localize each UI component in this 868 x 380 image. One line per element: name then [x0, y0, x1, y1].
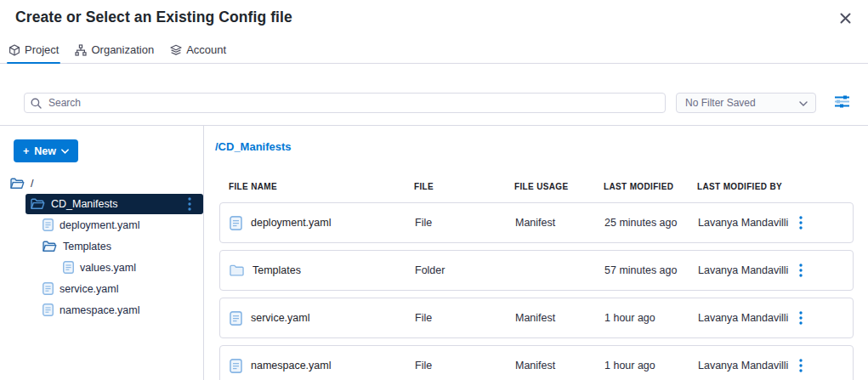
- tree-item-deployment-yaml[interactable]: deployment.yaml: [0, 214, 203, 235]
- tree-item-templates[interactable]: Templates: [0, 235, 203, 257]
- page-title: Create or Select an Existing Config file: [15, 9, 292, 26]
- file-name-cell: namespace.yaml: [230, 359, 415, 373]
- col-header-last-modified-by: LAST MODIFIED BY: [697, 182, 795, 191]
- search-input[interactable]: [24, 93, 666, 113]
- last-modified-cell: 1 hour ago: [604, 312, 698, 324]
- kebab-menu-icon[interactable]: [796, 309, 816, 326]
- file-name-label: deployment.yaml: [251, 217, 332, 229]
- file-name-label: service.yaml: [251, 312, 309, 324]
- col-header-file: FILE: [414, 182, 514, 191]
- col-header-last-modified: LAST MODIFIED: [604, 182, 697, 191]
- tab-label: Organization: [91, 43, 154, 56]
- new-button[interactable]: +New: [14, 139, 78, 162]
- file-icon: [230, 359, 242, 373]
- tree-item-cd-manifests[interactable]: CD_Manifests: [26, 194, 203, 214]
- tab-organization[interactable]: Organization: [73, 40, 156, 63]
- table-row[interactable]: TemplatesFolder57 minutes agoLavanya Man…: [219, 250, 854, 291]
- open-folder-icon: [31, 198, 45, 210]
- col-header-file-usage: FILE USAGE: [514, 182, 604, 191]
- file-name-label: namespace.yaml: [251, 360, 332, 371]
- search-wrap: [24, 93, 666, 113]
- last-modified-by-cell: Lavanya Mandavilli: [698, 312, 796, 324]
- tree-item-label: values.yaml: [80, 262, 136, 274]
- search-icon: [31, 97, 42, 112]
- kebab-menu-icon[interactable]: [185, 196, 194, 213]
- file-browser-panel: /CD_Manifests FILE NAME FILE FILE USAGE …: [204, 126, 868, 380]
- last-modified-by-cell: Lavanya Mandavilli: [698, 217, 796, 229]
- file-tree: /CD_Manifestsdeployment.yamlTemplatesval…: [0, 173, 203, 320]
- file-icon: [43, 303, 54, 316]
- breadcrumb[interactable]: /CD_Manifests: [215, 140, 854, 153]
- table-row[interactable]: deployment.yamlFileManifest25 minutes ag…: [219, 202, 854, 243]
- file-type-cell: File: [415, 217, 515, 229]
- tree-item-namespace-yaml[interactable]: namespace.yaml: [0, 299, 203, 320]
- file-name-label: Templates: [252, 264, 301, 276]
- tree-item-service-yaml[interactable]: service.yaml: [0, 278, 203, 299]
- organization-hierarchy-icon: [75, 44, 87, 56]
- file-usage-cell: Manifest: [515, 360, 604, 371]
- open-folder-icon: [43, 241, 57, 252]
- tree-item--[interactable]: /: [0, 173, 203, 194]
- tab-label: Account: [186, 43, 226, 56]
- modal-header: Create or Select an Existing Config file: [0, 0, 868, 27]
- file-usage-cell: Manifest: [515, 312, 604, 324]
- file-icon: [63, 261, 74, 274]
- file-tree-sidebar: +New /CD_Manifestsdeployment.yamlTemplat…: [0, 126, 204, 380]
- project-cube-icon: [9, 44, 20, 56]
- tree-item-label: /: [31, 178, 33, 190]
- file-name-cell: deployment.yaml: [230, 216, 415, 230]
- last-modified-by-cell: Lavanya Mandavilli: [698, 360, 796, 371]
- config-file-modal: Create or Select an Existing Config file…: [0, 0, 868, 380]
- last-modified-by-cell: Lavanya Mandavilli: [698, 264, 796, 276]
- chevron-down-icon: [799, 97, 808, 109]
- folder-icon: [230, 264, 244, 276]
- col-header-file-name: FILE NAME: [229, 182, 414, 191]
- file-name-cell: service.yaml: [230, 311, 415, 326]
- file-icon: [43, 218, 54, 231]
- file-table-rows: deployment.yamlFileManifest25 minutes ag…: [219, 202, 854, 380]
- tab-label: Project: [25, 43, 59, 56]
- tab-account[interactable]: Account: [168, 40, 228, 63]
- table-header-row: FILE NAME FILE FILE USAGE LAST MODIFIED …: [219, 182, 854, 191]
- tree-item-label: CD_Manifests: [51, 198, 118, 210]
- table-row[interactable]: namespace.yamlFileManifest1 hour agoLava…: [219, 345, 854, 380]
- content-split: +New /CD_Manifestsdeployment.yamlTemplat…: [0, 126, 868, 380]
- last-modified-cell: 25 minutes ago: [604, 217, 698, 229]
- close-icon[interactable]: [835, 9, 856, 27]
- filter-sliders-icon[interactable]: [832, 93, 852, 113]
- tree-item-label: namespace.yaml: [60, 304, 140, 316]
- account-layers-icon: [170, 44, 182, 56]
- table-row[interactable]: service.yamlFileManifest1 hour agoLavany…: [219, 298, 854, 338]
- file-usage-cell: Manifest: [515, 217, 604, 229]
- tree-item-label: service.yaml: [60, 283, 118, 295]
- file-type-cell: File: [415, 312, 515, 324]
- tab-project[interactable]: Project: [7, 40, 60, 63]
- file-icon: [230, 311, 242, 326]
- file-icon: [43, 282, 54, 295]
- tree-item-label: Templates: [63, 241, 111, 252]
- file-name-cell: Templates: [230, 264, 415, 276]
- kebab-menu-icon[interactable]: [796, 214, 816, 231]
- kebab-menu-icon[interactable]: [796, 262, 816, 279]
- toolbar: No Filter Saved: [0, 64, 868, 126]
- file-icon: [230, 216, 242, 230]
- last-modified-cell: 57 minutes ago: [604, 264, 698, 276]
- saved-filter-value: No Filter Saved: [685, 97, 756, 109]
- open-folder-icon: [10, 178, 25, 190]
- saved-filter-dropdown[interactable]: No Filter Saved: [676, 93, 816, 113]
- tree-item-values-yaml[interactable]: values.yaml: [0, 257, 203, 278]
- chevron-down-icon: [61, 149, 69, 154]
- file-type-cell: File: [415, 360, 515, 371]
- kebab-menu-icon[interactable]: [796, 357, 816, 374]
- tree-item-label: deployment.yaml: [60, 219, 140, 231]
- file-type-cell: Folder: [415, 264, 515, 276]
- plus-icon: +: [23, 145, 29, 157]
- scope-tabs: Project Organization Account: [0, 40, 868, 64]
- last-modified-cell: 1 hour ago: [604, 360, 698, 371]
